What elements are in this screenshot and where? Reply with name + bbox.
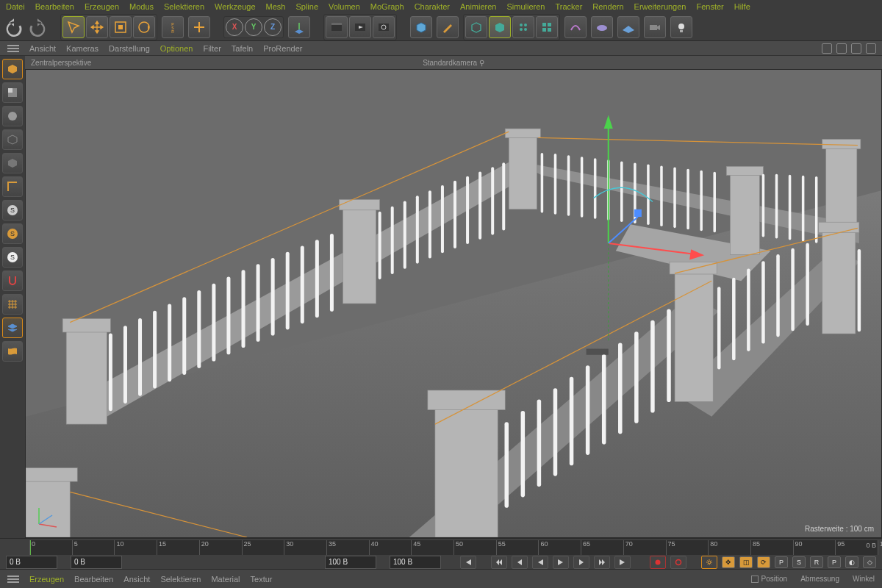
render-view-button[interactable] [326,16,348,38]
menu-erweiterungen[interactable]: Erweiterungen [634,2,686,11]
menu-volumen[interactable]: Volumen [329,2,360,11]
prev-frame-button[interactable] [512,556,528,569]
object-mode-icon[interactable] [2,153,23,173]
layer-icon[interactable] [2,318,23,338]
goto-start-button[interactable] [460,556,476,569]
axis-x-toggle[interactable]: X [226,18,243,36]
attr-material[interactable]: Material [211,575,240,584]
menu-hilfe[interactable]: Hilfe [734,2,750,11]
range-start-field[interactable] [6,556,57,569]
menu-charakter[interactable]: Charakter [415,2,450,11]
volume-button[interactable] [591,16,613,38]
cloth-icon[interactable] [2,341,23,362]
project-end-field[interactable] [390,556,441,569]
workplane-icon[interactable] [2,129,23,150]
key-mode-rotate[interactable]: ⟳ [757,556,770,568]
vmenu-kameras[interactable]: Kameras [66,44,98,53]
grid-icon[interactable] [2,294,23,315]
floor-button[interactable] [617,16,639,38]
menu-animieren[interactable]: Animieren [460,2,497,11]
camera-button[interactable] [644,16,666,38]
key-p1[interactable]: P [775,556,788,568]
axis-mode-icon[interactable] [2,176,23,197]
menu-fenster[interactable]: Fenster [696,2,723,11]
generator-button[interactable] [465,16,487,38]
menu-tracker[interactable]: Tracker [555,2,582,11]
cursor-frame-field[interactable] [71,556,122,569]
axis-y-toggle[interactable]: Y [245,18,262,36]
mograph-button[interactable] [512,16,534,38]
goto-end-button[interactable] [614,556,631,569]
crosshair-button[interactable] [188,16,210,38]
range-end-field[interactable] [325,556,376,569]
snap-icon[interactable] [2,270,23,291]
attr-erzeugen[interactable]: Erzeugen [29,575,64,584]
next-key-button[interactable] [594,556,610,569]
menu-datei[interactable]: Datei [6,2,25,11]
render-region-button[interactable] [349,16,371,38]
key-extra1[interactable]: ◐ [845,556,858,568]
move-button[interactable] [86,16,108,38]
menu-rendern[interactable]: Rendern [592,2,623,11]
psr-button[interactable]: PSR [162,16,184,38]
timeline-ruler[interactable]: 0 B 051015202530354045505560657075808590… [29,540,878,555]
menu-selektieren[interactable]: Selektieren [164,2,204,11]
coord-system-button[interactable] [288,16,310,38]
autokey-button[interactable] [670,556,686,569]
menu-bearbeiten[interactable]: Bearbeiten [35,2,74,11]
viewport-3d[interactable]: Rasterweite : 100 cm [25,69,882,538]
s-soft-icon[interactable]: S [2,200,23,220]
attr-bearbeiten[interactable]: Bearbeiten [74,575,113,584]
s-soft3-icon[interactable]: S [2,247,23,268]
vmenu-tafeln[interactable]: Tafeln [232,44,253,53]
key-r[interactable]: R [810,556,823,568]
cube-primitive-button[interactable] [410,16,432,38]
vmenu-ansicht[interactable]: Ansicht [29,44,56,53]
axis-z-toggle[interactable]: Z [264,18,282,36]
live-select-button[interactable] [62,16,85,38]
key-s[interactable]: S [792,556,806,568]
instance-button[interactable] [536,16,558,38]
s-soft2-icon[interactable]: S [2,223,23,244]
texture-mode-icon[interactable] [2,106,23,126]
menu-werkzeuge[interactable]: Werkzeuge [215,2,255,11]
vmenu-darstellung[interactable]: Darstellung [109,44,150,53]
attr-selektieren[interactable]: Selektieren [160,575,201,584]
vmenu-filter[interactable]: Filter [203,44,220,53]
key-mode-scale[interactable]: ◫ [739,556,753,568]
pan-icon[interactable] [822,43,832,54]
attrbar-hamburger-icon[interactable] [7,576,19,583]
spline-pen-button[interactable] [437,16,459,38]
menu-mesh[interactable]: Mesh [266,2,286,11]
menu-spline[interactable]: Spline [295,2,318,11]
menu-mograph[interactable]: MoGraph [370,2,404,11]
attr-textur[interactable]: Textur [251,575,273,584]
maximize-icon[interactable] [866,43,876,54]
light-button[interactable] [670,16,692,38]
field-button[interactable] [564,16,587,38]
model-mode-icon[interactable] [2,82,23,103]
make-editable-icon[interactable] [2,59,23,79]
menu-simulieren[interactable]: Simulieren [507,2,545,11]
viewport-camera-label[interactable]: Standardkamera ⚲ [423,59,484,67]
prev-key-button[interactable] [491,556,507,569]
zoom-icon[interactable] [836,43,847,54]
rotate-button[interactable] [133,16,155,38]
menu-modus[interactable]: Modus [129,2,154,11]
undo-button[interactable] [4,18,24,37]
key-settings-button[interactable] [701,556,717,569]
vmenu-optionen[interactable]: Optionen [160,44,193,53]
next-frame-button[interactable] [573,556,589,569]
attr-ansicht[interactable]: Ansicht [123,575,150,584]
key-mode-move[interactable]: ✥ [722,556,735,568]
hamburger-icon[interactable] [7,45,19,52]
play-back-button[interactable] [532,556,548,569]
render-settings-button[interactable] [373,16,395,38]
play-button[interactable] [553,556,569,569]
redo-button[interactable] [28,18,47,37]
deformer-button[interactable] [489,16,511,38]
key-extra2[interactable]: ◇ [863,556,876,568]
orbit-icon[interactable] [851,43,861,54]
record-button[interactable] [650,556,666,569]
vmenu-prorender[interactable]: ProRender [263,44,302,53]
